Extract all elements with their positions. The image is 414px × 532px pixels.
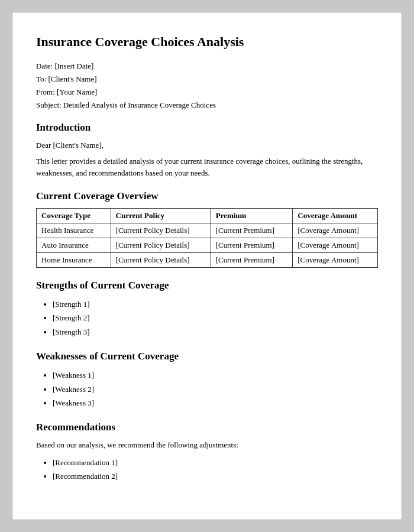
col-header-amount: Coverage Amount xyxy=(293,209,378,223)
strength-item-1: [Strength 2] xyxy=(53,311,378,325)
greeting-text: Dear [Client's Name], xyxy=(36,140,378,151)
weakness-item-2: [Weakness 3] xyxy=(53,396,378,410)
recommendation-item-1: [Recommendation 2] xyxy=(53,469,378,483)
introduction-heading: Introduction xyxy=(36,122,378,134)
table-cell-0-0: Health Insurance xyxy=(37,223,111,238)
introduction-body: This letter provides a detailed analysis… xyxy=(36,155,378,179)
table-cell-2-0: Home Insurance xyxy=(37,253,111,268)
date-line: Date: [Insert Date] xyxy=(36,61,378,71)
table-cell-1-2: [Current Premium] xyxy=(211,238,293,253)
weakness-item-0: [Weakness 1] xyxy=(53,368,378,382)
weakness-item-1: [Weakness 2] xyxy=(53,382,378,396)
document-page: Insurance Coverage Choices Analysis Date… xyxy=(12,12,402,520)
weaknesses-list: [Weakness 1][Weakness 2][Weakness 3] xyxy=(53,368,378,410)
strength-item-2: [Strength 3] xyxy=(53,325,378,339)
recommendations-intro: Based on our analysis, we recommend the … xyxy=(36,439,378,451)
table-cell-0-3: [Coverage Amount] xyxy=(293,223,378,238)
col-header-premium: Premium xyxy=(211,209,293,223)
table-cell-1-1: [Current Policy Details] xyxy=(111,238,211,253)
table-cell-2-1: [Current Policy Details] xyxy=(111,253,211,268)
strengths-list: [Strength 1][Strength 2][Strength 3] xyxy=(53,297,378,339)
to-line: To: [Client's Name] xyxy=(36,74,378,84)
from-line: From: [Your Name] xyxy=(36,87,378,97)
col-header-type: Coverage Type xyxy=(37,209,111,223)
table-row: Home Insurance[Current Policy Details][C… xyxy=(37,253,378,268)
table-cell-0-2: [Current Premium] xyxy=(211,223,293,238)
recommendation-item-0: [Recommendation 1] xyxy=(53,456,378,469)
table-row: Health Insurance[Current Policy Details]… xyxy=(37,223,378,238)
recommendations-list: [Recommendation 1][Recommendation 2] xyxy=(53,456,378,484)
coverage-table: Coverage Type Current Policy Premium Cov… xyxy=(36,208,378,268)
table-cell-1-3: [Coverage Amount] xyxy=(293,238,378,253)
table-cell-2-3: [Coverage Amount] xyxy=(293,253,378,268)
strengths-heading: Strengths of Current Coverage xyxy=(36,280,378,291)
document-title: Insurance Coverage Choices Analysis xyxy=(36,34,378,51)
table-cell-0-1: [Current Policy Details] xyxy=(111,223,211,238)
table-cell-2-2: [Current Premium] xyxy=(211,253,293,268)
table-row: Auto Insurance[Current Policy Details][C… xyxy=(37,238,378,253)
strength-item-0: [Strength 1] xyxy=(53,297,378,311)
table-cell-1-0: Auto Insurance xyxy=(37,238,111,253)
weaknesses-heading: Weaknesses of Current Coverage xyxy=(36,351,378,362)
table-header-row: Coverage Type Current Policy Premium Cov… xyxy=(37,209,378,223)
coverage-overview-heading: Current Coverage Overview xyxy=(36,190,378,202)
col-header-policy: Current Policy xyxy=(111,209,211,223)
subject-line: Subject: Detailed Analysis of Insurance … xyxy=(36,100,378,110)
recommendations-heading: Recommendations xyxy=(36,421,378,433)
